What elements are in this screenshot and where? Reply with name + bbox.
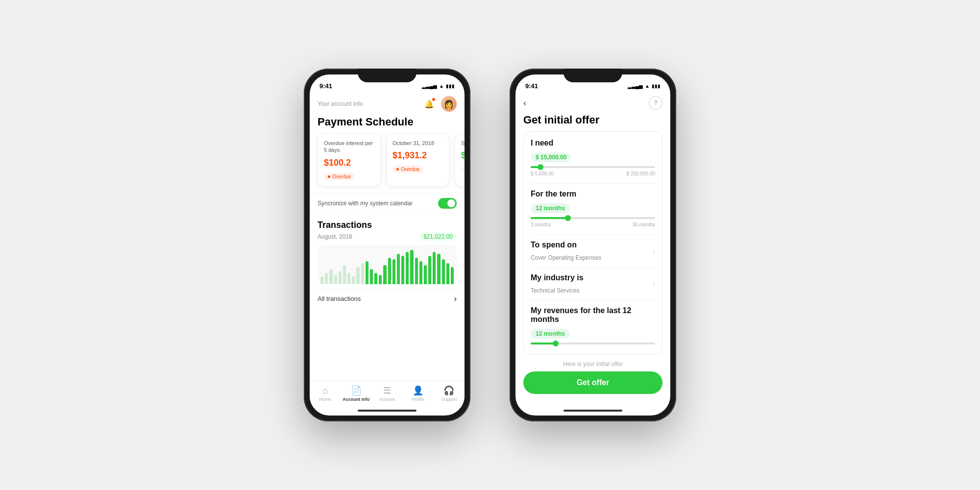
notification-button[interactable]: 🔔 bbox=[421, 96, 437, 112]
payment-amount-2: $1 bbox=[461, 150, 465, 161]
to-spend-on-row[interactable]: To spend on Cover Operating Expenses › bbox=[531, 241, 655, 261]
status-text-1: Overdue bbox=[401, 167, 419, 172]
i-need-max: $ 250,000.00 bbox=[627, 171, 655, 176]
transactions-month: August, 2018 bbox=[318, 233, 352, 240]
bar-28 bbox=[446, 263, 449, 284]
my-revenues-value: 12 months bbox=[531, 329, 570, 339]
notch-2 bbox=[564, 69, 622, 82]
bar-chart bbox=[318, 245, 457, 284]
nav-support[interactable]: 🎧 Support bbox=[434, 385, 465, 402]
for-the-term-min: 3 months bbox=[531, 222, 551, 227]
status-icons-2: ▂▃▄▅ ▲ ▮▮▮ bbox=[628, 83, 661, 89]
bar-8 bbox=[356, 267, 359, 284]
profile-icon: 👤 bbox=[413, 385, 423, 396]
offer-scroll[interactable]: I need $ 15,000.00 $ 5,000.00 $ 250,000.… bbox=[515, 131, 670, 408]
i-need-slider[interactable] bbox=[531, 166, 655, 168]
help-button[interactable]: ? bbox=[649, 96, 662, 110]
home-indicator-1 bbox=[358, 410, 416, 412]
bar-13 bbox=[379, 275, 382, 284]
bar-1 bbox=[325, 273, 328, 284]
header-icons: 🔔 👩 bbox=[421, 96, 457, 112]
bar-16 bbox=[392, 259, 395, 284]
payment-card-0: Overdue interest per 5 days $100.2 Overd… bbox=[318, 133, 381, 187]
nav-profile-label: Profile bbox=[412, 397, 424, 402]
transactions-header: August, 2018 $21,022.00 bbox=[318, 232, 457, 241]
status-time-1: 9:41 bbox=[319, 82, 332, 90]
divider-4 bbox=[531, 300, 655, 300]
nav-account-info[interactable]: 📄 Account Info bbox=[341, 385, 371, 402]
bar-24 bbox=[428, 256, 431, 284]
signal-icon: ▂▃▄▅ bbox=[422, 83, 437, 89]
for-the-term-labels: 3 months 36 months bbox=[531, 222, 655, 227]
transactions-amount: $21,022.00 bbox=[419, 232, 457, 241]
phones-container: 9:41 ▂▃▄▅ ▲ ▮▮▮ Your account info 🔔 👩 bbox=[304, 69, 676, 421]
offer-title: Get initial offer bbox=[515, 112, 670, 131]
to-spend-on-text: To spend on Cover Operating Expenses bbox=[531, 241, 653, 261]
bar-10 bbox=[366, 261, 368, 284]
payment-status-1: Overdue bbox=[392, 166, 423, 173]
nav-home[interactable]: ⌂ Home bbox=[310, 386, 341, 402]
nav-support-label: Support bbox=[441, 397, 457, 402]
notification-dot bbox=[432, 98, 436, 101]
for-the-term-value: 12 months bbox=[531, 203, 570, 213]
bar-7 bbox=[352, 276, 355, 284]
to-spend-on-sub: Cover Operating Expenses bbox=[531, 254, 653, 261]
i-need-value: $ 15,000.00 bbox=[531, 152, 571, 162]
account-header: Your account info 🔔 👩 bbox=[310, 92, 465, 114]
sync-label: Syncronize with my system calendar bbox=[318, 200, 413, 207]
bar-19 bbox=[406, 252, 409, 284]
offer-card: I need $ 15,000.00 $ 5,000.00 $ 250,000.… bbox=[523, 131, 662, 355]
for-the-term-slider[interactable] bbox=[531, 217, 655, 219]
to-spend-on-title: To spend on bbox=[531, 241, 653, 249]
status-dot-0 bbox=[328, 175, 330, 178]
bar-26 bbox=[437, 254, 440, 284]
divider-1 bbox=[531, 183, 655, 184]
i-need-fill bbox=[531, 166, 540, 168]
my-industry-title: My industry is bbox=[531, 273, 653, 282]
phone-1: 9:41 ▂▃▄▅ ▲ ▮▮▮ Your account info 🔔 👩 bbox=[304, 69, 470, 421]
bottom-nav-1: ⌂ Home 📄 Account Info ☰ Account 👤 Profil… bbox=[310, 381, 465, 408]
payment-card-2: Sept 31, 2 $1 Up bbox=[455, 133, 465, 187]
bar-29 bbox=[451, 267, 454, 284]
support-icon: 🎧 bbox=[443, 385, 454, 396]
my-revenues-fill bbox=[531, 343, 556, 344]
bar-5 bbox=[343, 265, 346, 284]
transactions-section: Transactions August, 2018 $21,022.00 All… bbox=[310, 214, 465, 381]
for-the-term-fill bbox=[531, 217, 568, 219]
payment-card-1: October 31, 2018 $1,931.2 Overdue bbox=[386, 133, 450, 187]
i-need-title: I need bbox=[531, 139, 655, 147]
status-dot-1 bbox=[396, 168, 399, 171]
to-spend-on-chevron: › bbox=[653, 247, 655, 255]
wifi-icon-2: ▲ bbox=[645, 83, 650, 89]
avatar[interactable]: 👩 bbox=[441, 96, 457, 112]
battery-icon: ▮▮▮ bbox=[446, 83, 455, 89]
payment-status-2: Up bbox=[461, 166, 465, 173]
my-revenues-slider[interactable] bbox=[531, 343, 655, 344]
all-transactions-row[interactable]: All transactions › bbox=[318, 289, 457, 308]
divider-2 bbox=[531, 234, 655, 235]
my-industry-chevron: › bbox=[653, 280, 655, 288]
bar-6 bbox=[347, 273, 350, 284]
phone-2-screen: 9:41 ▂▃▄▅ ▲ ▮▮▮ ‹ ? Get initial offer I … bbox=[515, 74, 670, 416]
bar-18 bbox=[401, 256, 404, 284]
battery-icon-2: ▮▮▮ bbox=[652, 83, 661, 89]
bar-17 bbox=[397, 254, 400, 284]
sync-row: Syncronize with my system calendar bbox=[310, 193, 465, 214]
signal-icon-2: ▂▃▄▅ bbox=[628, 83, 643, 89]
nav-profile[interactable]: 👤 Profile bbox=[403, 385, 434, 402]
my-industry-row[interactable]: My industry is Technical Services › bbox=[531, 273, 655, 294]
wifi-icon: ▲ bbox=[439, 83, 444, 89]
get-offer-button[interactable]: Get offer bbox=[523, 371, 662, 394]
bar-11 bbox=[370, 269, 373, 284]
back-button[interactable]: ‹ bbox=[523, 98, 526, 108]
nav-account[interactable]: ☰ Account bbox=[371, 385, 402, 402]
bar-23 bbox=[424, 265, 427, 284]
transactions-title: Transactions bbox=[318, 220, 457, 230]
sync-toggle[interactable] bbox=[438, 198, 457, 209]
my-revenues-thumb bbox=[553, 341, 559, 346]
bar-14 bbox=[383, 265, 386, 284]
payment-cards: Overdue interest per 5 days $100.2 Overd… bbox=[310, 133, 465, 193]
for-the-term-max: 36 months bbox=[632, 222, 655, 227]
account-icon: ☰ bbox=[383, 385, 391, 396]
page-title-1: Payment Schedule bbox=[310, 114, 465, 133]
